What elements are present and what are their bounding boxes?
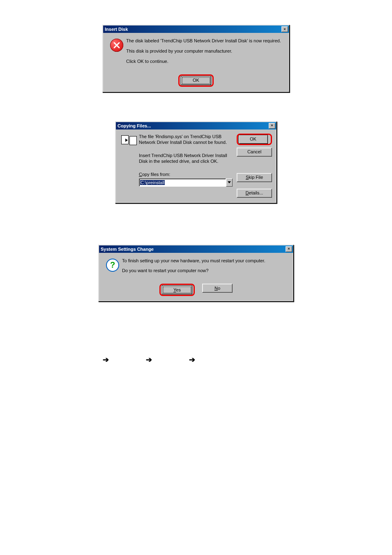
close-button[interactable]: × — [286, 246, 292, 252]
dialog-system-settings-change: System Settings Change × ? To finish set… — [98, 245, 294, 302]
close-icon: × — [284, 28, 286, 31]
message-line-2: Insert TrendChip USB Network Driver Inst… — [139, 153, 233, 164]
question-icon: ? — [106, 259, 119, 272]
arrow-row: ➔ ➔ ➔ — [0, 355, 392, 364]
message-line-2: Do you want to restart your computer now… — [122, 268, 289, 274]
titlebar[interactable]: Insert Disk × — [103, 25, 289, 33]
close-icon: × — [288, 247, 290, 251]
message-line-2: This disk is provided by your computer m… — [126, 48, 285, 54]
yes-callout: Yes — [159, 284, 195, 296]
ok-button[interactable]: OK — [181, 76, 211, 85]
close-icon: × — [271, 124, 273, 127]
title-text: System Settings Change — [101, 247, 154, 252]
message-line-3: Click OK to continue. — [126, 58, 285, 65]
ok-button[interactable]: OK — [238, 135, 268, 144]
ok-callout: OK — [178, 74, 214, 87]
path-dropdown-button[interactable] — [226, 178, 233, 187]
ok-callout: OK — [237, 134, 272, 145]
arrow-icon: ➔ — [103, 355, 109, 364]
titlebar[interactable]: System Settings Change × — [99, 245, 293, 253]
titlebar[interactable]: Copying Files... × — [116, 122, 276, 130]
message-line-1: The file 'Rndismp.sys' on TrendChip USB … — [139, 134, 233, 146]
ok-label: OK — [193, 78, 199, 83]
title-text: Insert Disk — [105, 27, 128, 32]
copy-files-icon — [121, 135, 138, 145]
path-input[interactable]: C:\preinstall — [139, 178, 226, 187]
skip-file-button[interactable]: Skip File — [237, 173, 272, 182]
error-icon — [110, 39, 123, 52]
cancel-button[interactable]: Cancel — [237, 148, 272, 157]
ok-label: OK — [250, 136, 256, 141]
path-value: C:\preinstall — [140, 180, 165, 185]
no-button[interactable]: No — [202, 284, 233, 293]
cancel-label: Cancel — [247, 149, 261, 154]
yes-button[interactable]: Yes — [162, 285, 192, 294]
dialog-insert-disk: Insert Disk × The disk labeled 'TrendChi… — [102, 25, 290, 92]
dialog-copying-files: Copying Files... × The file 'Rndismp.sys… — [115, 121, 277, 204]
close-button[interactable]: × — [269, 123, 275, 129]
arrow-icon: ➔ — [146, 355, 152, 364]
message-line-1: To finish setting up your new hardware, … — [122, 258, 289, 264]
message-line-1: The disk labeled 'TrendChip USB Network … — [126, 38, 285, 44]
copy-from-label: Copy files from: — [139, 172, 233, 177]
details-button[interactable]: Details... — [237, 189, 272, 198]
close-button[interactable]: × — [281, 26, 288, 32]
arrow-icon: ➔ — [189, 355, 195, 364]
title-text: Copying Files... — [118, 123, 151, 128]
